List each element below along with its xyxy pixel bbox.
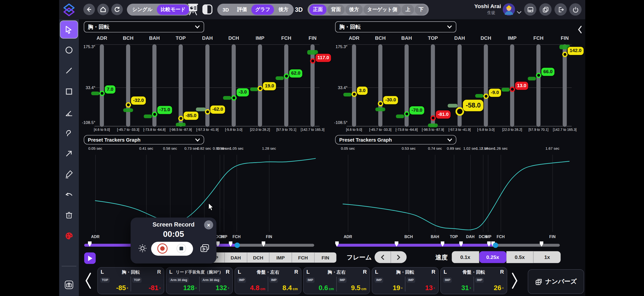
refresh-button[interactable] xyxy=(111,4,123,15)
slider-track-fin[interactable] xyxy=(310,44,315,127)
speed-0.25x-button[interactable]: 0.25x xyxy=(479,251,506,263)
camera-target-button[interactable]: ターゲット側 xyxy=(364,4,401,15)
target-range-band xyxy=(475,94,483,98)
copy-button[interactable] xyxy=(539,3,552,15)
cards-scroll-right-button[interactable] xyxy=(511,272,518,291)
phase-button-dch[interactable]: DCH xyxy=(247,252,270,263)
slider-track-adr[interactable] xyxy=(100,44,104,127)
slider-knob-fch[interactable] xyxy=(284,73,289,79)
line-tool-button[interactable] xyxy=(62,63,76,78)
slider-knob-imp[interactable] xyxy=(258,86,263,91)
speed-0.5x-button[interactable]: 0.5x xyxy=(506,251,534,263)
card-title: 骨盤・回転 xyxy=(441,269,507,275)
circle-tool-button[interactable] xyxy=(62,43,76,57)
marker-tool-button[interactable] xyxy=(62,167,76,181)
speed-0.1x-button[interactable]: 0.1x xyxy=(452,251,479,263)
slider-knob-bch[interactable] xyxy=(126,102,131,107)
card-title: 胸・回転 xyxy=(98,269,164,275)
user-chevron-down-icon[interactable] xyxy=(517,8,522,15)
phase-button-imp[interactable]: IMP xyxy=(270,252,292,263)
rectangle-tool-button[interactable] xyxy=(62,84,76,99)
phase-col-header: FIN xyxy=(302,35,322,41)
slider-knob-fin[interactable] xyxy=(562,52,568,57)
value-badge: 7.0 xyxy=(105,85,115,93)
delete-button[interactable] xyxy=(62,208,76,222)
frame-next-button[interactable] xyxy=(391,251,406,263)
slider-knob-dch[interactable] xyxy=(483,93,489,99)
color-palette-button[interactable] xyxy=(62,229,76,243)
slider-knob-imp[interactable] xyxy=(510,87,515,92)
angle-tool-button[interactable] xyxy=(62,106,76,120)
slider-track-fch[interactable] xyxy=(284,44,288,127)
slider-knob-top[interactable] xyxy=(430,115,436,121)
mode-compare-button[interactable]: 比較モード xyxy=(157,4,189,15)
close-icon[interactable]: × xyxy=(204,220,213,230)
slider-track-adr[interactable] xyxy=(352,44,356,127)
numbers-button[interactable]: ナンバーズ xyxy=(528,269,584,294)
slider-knob-adr[interactable] xyxy=(100,91,105,96)
view-eval-button[interactable]: 評価 xyxy=(233,4,250,15)
left-metric-select[interactable]: 胸・回転 xyxy=(84,21,204,32)
mode-single-button[interactable]: シングル xyxy=(128,4,156,15)
right-timeline-track[interactable] xyxy=(336,244,560,247)
camera-rear-button[interactable]: 後方 xyxy=(345,4,362,15)
phase-button-dah[interactable]: DAH xyxy=(225,252,247,263)
card-phase-badge: IMP xyxy=(443,277,452,283)
slider-track-dch[interactable] xyxy=(484,44,488,127)
slider-knob-dch[interactable] xyxy=(231,95,236,101)
screen-mirror-icon[interactable] xyxy=(200,244,210,255)
presentation-icon[interactable] xyxy=(188,3,199,18)
panel-collapse-chevron[interactable] xyxy=(578,25,582,35)
back-button[interactable] xyxy=(83,4,95,15)
select-tool-button[interactable] xyxy=(60,21,78,39)
right-timeline-playhead[interactable] xyxy=(493,243,498,248)
speed-1x-button[interactable]: 1x xyxy=(534,251,561,263)
range-label: [-45.7 to -33.3] xyxy=(117,128,139,132)
slider-track-bch[interactable] xyxy=(378,44,382,127)
right-metric-select[interactable]: 胸・回転 xyxy=(335,21,456,32)
screenshot-camera-button[interactable] xyxy=(62,277,76,292)
card-right-label: R xyxy=(500,269,504,275)
frame-prev-button[interactable] xyxy=(374,251,391,263)
arrow-tool-button[interactable] xyxy=(62,146,76,161)
slider-track-bch[interactable] xyxy=(126,44,130,127)
right-graph-select[interactable]: Preset Trackers Graph xyxy=(335,135,456,144)
camera-up-button[interactable]: 上 xyxy=(402,4,414,15)
record-button[interactable] xyxy=(157,244,168,254)
view-3d-button[interactable]: 3D xyxy=(219,5,232,14)
play-button[interactable] xyxy=(84,252,96,264)
left-timeline-playhead[interactable] xyxy=(234,243,240,248)
undo-button[interactable] xyxy=(62,187,76,202)
left-graph-select[interactable]: Preset Trackers Graph xyxy=(84,135,204,144)
sign-out-button[interactable] xyxy=(554,3,567,15)
view-graph-button[interactable]: グラフ xyxy=(252,4,274,15)
stop-button[interactable] xyxy=(176,244,186,253)
slider-knob-top[interactable] xyxy=(178,116,184,121)
slider-track-top[interactable] xyxy=(431,44,435,127)
card-view-button[interactable] xyxy=(524,3,536,15)
slider-track-dch[interactable] xyxy=(232,44,236,127)
camera-back-button[interactable]: 背面 xyxy=(328,4,344,15)
record-settings-gear-icon[interactable] xyxy=(138,244,147,255)
curve-tool-button[interactable] xyxy=(62,125,76,140)
avatar[interactable] xyxy=(503,3,515,17)
slider-knob-fch[interactable] xyxy=(536,73,541,78)
home-button[interactable] xyxy=(97,4,109,15)
metric-card: L 骨盤・左右 R IMP 4.8cm IMP 8.4cm xyxy=(234,267,302,294)
slider-knob-fin[interactable] xyxy=(310,58,316,63)
power-button[interactable] xyxy=(569,3,582,15)
slider-track-imp[interactable] xyxy=(510,44,514,127)
view-rear-button[interactable]: 後方 xyxy=(275,4,292,15)
cards-scroll-left-button[interactable] xyxy=(84,272,92,291)
slider-knob-bch[interactable] xyxy=(378,101,383,106)
slider-track-fch[interactable] xyxy=(536,44,540,127)
split-view-icon[interactable] xyxy=(202,4,213,16)
camera-front-button[interactable]: 正面 xyxy=(309,4,326,15)
camera-down-button[interactable]: 下 xyxy=(415,4,427,15)
slider-knob-dah[interactable] xyxy=(205,109,210,115)
phase-button-fch[interactable]: FCH xyxy=(292,252,314,263)
slider-knob-bah[interactable] xyxy=(404,111,410,117)
slider-track-top[interactable] xyxy=(178,44,183,127)
slider-knob-bah[interactable] xyxy=(152,112,158,117)
slider-knob-adr[interactable] xyxy=(352,92,357,97)
